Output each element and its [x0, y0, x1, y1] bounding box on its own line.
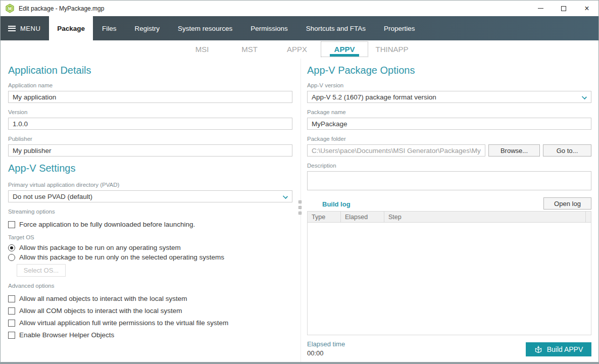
column-header-type: Type	[308, 212, 341, 223]
goto-button[interactable]: Go to...	[543, 144, 591, 157]
selected-os-radio-row[interactable]: Allow this package to be run only on the…	[8, 253, 292, 261]
subtab-thinapp[interactable]: THINAPP	[368, 41, 416, 57]
elapsed-time-label: Elapsed time	[307, 340, 345, 348]
build-package-icon	[534, 345, 542, 353]
build-log-table: Type Elapsed Step	[307, 211, 591, 335]
version-label: Version	[8, 109, 292, 115]
build-log-empty-body	[308, 223, 591, 335]
tab-registry[interactable]: Registry	[126, 16, 169, 40]
application-details-heading: Application Details	[8, 65, 292, 76]
package-folder-label: Package folder	[307, 136, 591, 142]
package-name-label: Package name	[307, 109, 591, 115]
target-os-label: Target OS	[8, 234, 292, 240]
pvad-label: Primary virtual application directory (P…	[8, 182, 292, 188]
advanced-options-group: Allow all named objects to interact with…	[8, 295, 292, 339]
any-os-radio[interactable]	[8, 244, 15, 251]
build-log-title: Build log	[322, 200, 351, 208]
com-objects-checkbox-row[interactable]: Allow all COM objects to interact with t…	[8, 307, 292, 315]
appv-package-options-heading: App-V Package Options	[307, 65, 591, 76]
minimize-icon	[538, 8, 543, 9]
menu-button[interactable]: MENU	[1, 16, 49, 40]
target-os-radio-group: Allow this package to be run on any oper…	[8, 244, 292, 261]
maximize-button[interactable]	[552, 1, 575, 16]
description-label: Description	[307, 163, 591, 169]
splitter-grip-handle[interactable]	[298, 200, 302, 215]
build-appv-button[interactable]: Build APPV	[526, 342, 591, 356]
application-name-input[interactable]	[8, 91, 292, 103]
column-header-elapsed: Elapsed	[341, 212, 384, 223]
application-name-label: Application name	[8, 82, 292, 88]
subtab-mst[interactable]: MST	[226, 41, 273, 57]
menu-label: MENU	[20, 25, 40, 32]
column-header-spacer	[586, 212, 591, 223]
build-log-header-row: Build log Open log	[307, 197, 591, 210]
tab-system-resources[interactable]: System resources	[169, 16, 241, 40]
browse-button[interactable]: Browse...	[488, 144, 540, 157]
package-folder-input[interactable]	[307, 144, 485, 157]
named-objects-label: Allow all named objects to interact with…	[19, 295, 187, 302]
tab-shortcuts-ftas[interactable]: Shortcuts and FTAs	[297, 16, 375, 40]
maximize-icon	[561, 6, 566, 11]
elapsed-time-value: 00:00	[307, 349, 345, 357]
close-button[interactable]: ×	[575, 1, 598, 16]
main-menubar: MENU Package Files Registry System resou…	[1, 16, 598, 40]
named-objects-checkbox-row[interactable]: Allow all named objects to interact with…	[8, 295, 292, 302]
streaming-options-label: Streaming options	[8, 209, 292, 215]
force-download-label: Force application to be fully downloaded…	[19, 221, 195, 228]
force-download-checkbox-row[interactable]: Force application to be fully downloaded…	[8, 221, 292, 228]
elapsed-time-block: Elapsed time 00:00	[307, 340, 345, 357]
left-panel: Application Details Application name Ver…	[8, 59, 292, 339]
close-icon: ×	[584, 5, 589, 13]
chevron-down-icon	[283, 194, 288, 199]
app-window: M Edit package - MyPackage.mgp × MENU Pa…	[0, 0, 599, 364]
title-bar: M Edit package - MyPackage.mgp ×	[1, 1, 598, 16]
svg-text:M: M	[8, 6, 12, 11]
subtab-appv[interactable]: APPV	[321, 41, 368, 57]
build-appv-label: Build APPV	[547, 345, 583, 353]
advanced-options-label: Advanced options	[8, 283, 292, 289]
select-os-button[interactable]: Select OS...	[17, 264, 66, 277]
pvad-select[interactable]: Do not use PVAD (default)	[8, 190, 292, 202]
appv-version-selected-value: App-V 5.2 (1607) package format version	[312, 93, 436, 101]
force-download-checkbox[interactable]	[8, 221, 15, 228]
named-objects-checkbox[interactable]	[8, 295, 15, 302]
package-folder-row: Browse... Go to...	[307, 144, 591, 157]
minimize-button[interactable]	[529, 1, 552, 16]
window-title: Edit package - MyPackage.mgp	[19, 5, 104, 12]
any-os-radio-row[interactable]: Allow this package to be run on any oper…	[8, 244, 292, 251]
chevron-down-icon	[582, 94, 587, 99]
appv-version-select[interactable]: App-V 5.2 (1607) package format version	[307, 91, 591, 103]
full-write-checkbox[interactable]	[8, 320, 15, 327]
tab-permissions[interactable]: Permissions	[241, 16, 297, 40]
version-input[interactable]	[8, 118, 292, 130]
publisher-label: Publisher	[8, 136, 292, 142]
package-name-input[interactable]	[307, 118, 591, 130]
description-textarea[interactable]	[307, 171, 591, 190]
publisher-input[interactable]	[8, 144, 292, 157]
open-log-button[interactable]: Open log	[543, 197, 591, 210]
column-header-step: Step	[384, 212, 586, 223]
appv-version-label: App-V version	[307, 82, 591, 88]
bho-checkbox[interactable]	[8, 332, 15, 339]
any-os-radio-label: Allow this package to be run on any oper…	[19, 244, 181, 251]
right-panel: App-V Package Options App-V version App-…	[307, 59, 591, 357]
tab-package[interactable]: Package	[49, 16, 93, 40]
tab-files[interactable]: Files	[93, 16, 126, 40]
appv-settings-heading: App-V Settings	[8, 163, 292, 174]
build-footer-row: Elapsed time 00:00 Build APPV	[307, 340, 591, 357]
selected-os-radio-label: Allow this package to be run only on the…	[19, 253, 224, 261]
selected-os-radio[interactable]	[8, 254, 15, 261]
package-format-tabs: MSI MST APPX APPV THINAPP	[1, 40, 598, 59]
com-objects-checkbox[interactable]	[8, 307, 15, 315]
content-area: Application Details Application name Ver…	[1, 59, 598, 362]
bho-checkbox-row[interactable]: Enable Browser Helper Objects	[8, 331, 292, 339]
subtab-msi[interactable]: MSI	[178, 41, 226, 57]
pvad-selected-value: Do not use PVAD (default)	[13, 193, 92, 200]
full-write-checkbox-row[interactable]: Allow virtual application full write per…	[8, 319, 292, 327]
app-logo-hexagon-icon: M	[5, 4, 15, 13]
full-write-label: Allow virtual application full write per…	[19, 319, 228, 327]
tab-properties[interactable]: Properties	[375, 16, 424, 40]
bho-label: Enable Browser Helper Objects	[19, 331, 114, 339]
build-log-header: Type Elapsed Step	[308, 212, 591, 223]
subtab-appx[interactable]: APPX	[273, 41, 321, 57]
